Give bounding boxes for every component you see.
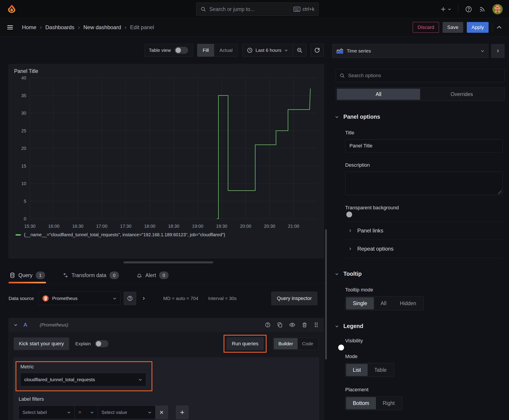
fill-option[interactable]: Fill [197,44,214,57]
help-icon[interactable] [465,6,472,13]
operator-dropdown[interactable]: = [75,406,98,419]
description-label: Description [345,162,503,168]
hide-query-eye-icon[interactable] [289,322,295,328]
title-label: Title [345,130,503,136]
transform-count-badge: 0 [109,271,119,279]
svg-text:19:00: 19:00 [192,224,203,229]
user-avatar[interactable] [492,4,503,14]
save-button[interactable]: Save [443,22,463,33]
panel-links-row[interactable]: Panel links [345,222,503,240]
alert-count-badge: 0 [159,271,168,279]
table-view-toggle[interactable] [175,47,188,54]
options-search-input[interactable] [348,73,501,79]
resize-grip-icon[interactable] [498,190,501,194]
datasource-help-icon[interactable] [124,292,136,305]
panel-options-section: Panel options Title Description Transpar… [332,113,504,258]
select-value-dropdown[interactable]: Select value [98,406,156,419]
code-option[interactable]: Code [298,338,318,349]
chevron-down-icon[interactable] [14,323,18,327]
tab-query[interactable]: Query 1 [8,269,46,283]
legend-header[interactable]: Legend [332,323,504,329]
edit-pane: Table view Fill Actual Last 6 hours [0,36,328,420]
legend-visibility-label: Visibility [345,338,503,344]
tooltip-mode-single[interactable]: Single [346,297,374,309]
tooltip-header[interactable]: Tooltip [332,270,504,277]
query-stats: MD = auto = 704 Interval = 30s [163,296,236,301]
query-help-icon[interactable] [265,322,271,328]
tooltip-mode-all[interactable]: All [374,297,393,309]
query-row-card: A (Prometheus) Kic [8,318,324,420]
metric-select[interactable]: cloudflared_tunnel_total_requests [20,373,146,386]
search-input[interactable] [209,6,290,12]
panel-options-header[interactable]: Panel options [332,113,504,120]
options-tabs: All Overrides [336,88,504,101]
add-new-button[interactable] [440,6,451,12]
left-pane-scrollbar[interactable] [325,229,327,360]
actual-option[interactable]: Actual [214,44,238,57]
drag-grip-icon[interactable] [314,322,319,328]
clock-icon [247,47,253,53]
chevron-down-icon [138,378,142,382]
options-search[interactable] [336,69,504,82]
breadcrumb-new-dashboard[interactable]: New dashboard [83,24,121,30]
grafana-logo[interactable] [6,4,17,15]
legend-placement-right[interactable]: Right [376,397,402,409]
breadcrumb-bar: Home › Dashboards › New dashboard › Edit… [0,18,509,36]
refresh-button[interactable] [311,44,324,57]
run-queries-button[interactable]: Run queries [227,338,264,350]
apply-button[interactable]: Apply [467,22,489,33]
discard-button[interactable]: Discard [413,22,439,33]
legend-mode-table[interactable]: Table [368,364,393,376]
keyboard-icon [294,7,300,12]
search-icon [340,73,345,78]
tab-overrides[interactable]: Overrides [420,89,503,100]
table-view-label: Table view [149,48,171,53]
tooltip-mode-hidden[interactable]: Hidden [393,297,423,309]
bell-icon [137,272,142,278]
time-range-picker[interactable]: Last 6 hours [242,47,293,53]
svg-text:18:00: 18:00 [144,224,155,229]
datasource-row: Data source Prometheus MD = auto = [8,292,328,305]
menu-hamburger-icon[interactable] [7,24,14,31]
breadcrumb-dashboards[interactable]: Dashboards [45,24,74,30]
legend-mode-list[interactable]: List [346,364,368,376]
panel-title-input[interactable] [345,139,503,152]
news-rss-icon[interactable] [479,6,486,13]
select-label-dropdown[interactable]: Select label [19,406,75,419]
breadcrumb-home[interactable]: Home [22,24,36,30]
builder-option[interactable]: Builder [274,338,297,349]
tooltip-mode-label: Tooltip mode [345,287,503,293]
svg-text:35: 35 [21,93,26,98]
add-filter-button[interactable] [176,406,189,419]
search-icon [200,6,206,12]
query-inspector-button[interactable]: Query inspector [271,292,317,305]
kick-start-query-button[interactable]: Kick start your query [14,338,69,350]
global-search[interactable]: ctrl+k [196,2,319,16]
datasource-select[interactable]: Prometheus [38,292,121,305]
collapse-chevron-up-icon[interactable] [496,24,502,30]
remove-filter-button[interactable] [155,406,168,419]
zoom-out-button[interactable] [293,44,306,57]
query-row-header[interactable]: A (Prometheus) [9,318,324,332]
time-series-chart[interactable]: 051015202530354015:3016:0016:3017:0017:3… [12,74,320,231]
database-icon [9,272,15,278]
explain-toggle[interactable] [95,340,109,347]
panel-resize-handle[interactable] [123,261,213,263]
repeat-options-row[interactable]: Repeat options [345,240,503,258]
chevron-right-icon: › [40,24,42,30]
stats-expander-chevron[interactable] [139,296,148,300]
visualization-picker[interactable]: Time series [332,44,488,58]
legend-placement-bottom[interactable]: Bottom [346,397,376,409]
duplicate-query-icon[interactable] [277,322,283,328]
stat-interval: Interval = 30s [208,296,237,301]
chart-legend[interactable]: {__name__="cloudflared_tunnel_total_requ… [15,232,320,237]
tab-all[interactable]: All [337,89,420,100]
tab-transform-data[interactable]: Transform data 0 [62,269,120,283]
delete-query-trash-icon[interactable] [302,322,307,328]
svg-text:17:30: 17:30 [120,224,131,229]
description-textarea[interactable] [345,172,503,195]
tab-alert[interactable]: Alert 0 [136,269,169,283]
builder-code-switch: Builder Code [273,337,319,350]
chevron-down-icon [284,48,288,52]
viz-suggestions-button[interactable] [491,44,504,58]
